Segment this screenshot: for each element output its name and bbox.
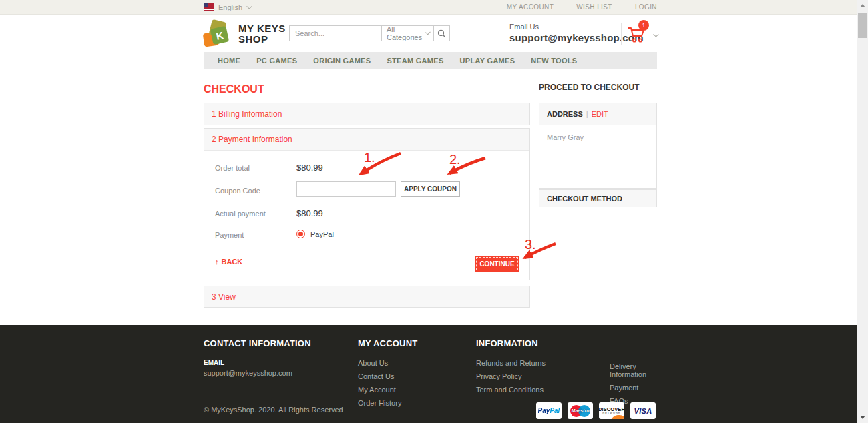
billing-information-section: 1 Billing Information: [204, 103, 530, 125]
order-total-label: Order total: [215, 164, 250, 172]
footer-payment[interactable]: Payment: [610, 384, 657, 392]
main-nav: HOME PC GAMES ORIGIN GAMES STEAM GAMES U…: [204, 52, 657, 69]
footer-refunds[interactable]: Refunds and Returns: [476, 359, 546, 367]
nav-origin-games[interactable]: ORIGIN GAMES: [305, 57, 379, 65]
header-divider: [621, 23, 622, 45]
logo-text: MY KEYS SHOP: [238, 23, 286, 45]
footer-order-history[interactable]: Order History: [358, 399, 417, 407]
address-label: ADDRESS: [547, 110, 583, 118]
scrollbar[interactable]: [857, 0, 868, 423]
footer: CONTACT INFORMATION EMAIL support@mykeys…: [0, 325, 857, 423]
scrollbar-up-button[interactable]: [857, 0, 868, 11]
order-total-value: $80.99: [296, 163, 323, 173]
cart-count-badge: 1: [638, 20, 649, 31]
view-section: 3 View: [204, 286, 530, 308]
my-account-link[interactable]: MY ACCOUNT: [507, 3, 554, 11]
search-icon: [437, 29, 446, 38]
search-button[interactable]: [434, 25, 450, 41]
search-input[interactable]: [289, 25, 381, 41]
chevron-down-icon: [653, 31, 658, 37]
login-link[interactable]: LOGIN: [635, 3, 657, 11]
actual-payment-label: Actual payment: [215, 209, 266, 218]
address-box: ADDRESS | EDIT Marry Gray: [539, 103, 657, 189]
shop-logo[interactable]: K MY KEYS SHOP: [204, 21, 286, 47]
address-separator: |: [586, 110, 588, 118]
category-dropdown[interactable]: All Categories: [381, 25, 434, 41]
maestro-icon: Maestro: [568, 402, 593, 419]
email-us-label: Email Us: [509, 22, 644, 31]
footer-email-label: EMAIL: [204, 359, 311, 366]
up-arrow-icon: ↑: [215, 258, 219, 266]
checkout-method-header[interactable]: CHECKOUT METHOD: [539, 189, 657, 207]
footer-terms[interactable]: Term and Conditions: [476, 386, 546, 394]
paypal-label: PayPal: [310, 230, 334, 238]
search-bar: All Categories: [289, 25, 450, 41]
view-header[interactable]: 3 View: [204, 286, 529, 308]
payment-information-section: 2 Payment Information Order total $80.99…: [204, 128, 530, 280]
contact-email-block: Email Us support@mykeysshop.com: [509, 22, 644, 45]
support-email: support@mykeysshop.com: [509, 31, 644, 45]
footer-privacy[interactable]: Privacy Policy: [476, 372, 546, 380]
chevron-down-icon: [425, 30, 431, 35]
nav-pc-games[interactable]: PC GAMES: [248, 57, 305, 65]
payment-label: Payment: [215, 231, 244, 239]
scrollbar-thumb[interactable]: [858, 13, 867, 38]
address-name: Marry Gray: [539, 125, 656, 149]
edit-address-link[interactable]: EDIT: [592, 110, 608, 118]
footer-about-us[interactable]: About Us: [358, 359, 417, 367]
footer-my-account[interactable]: My Account: [358, 386, 417, 394]
discover-icon: DISCOVER NETWORK: [599, 402, 624, 419]
top-bar: English MY ACCOUNT WISH LIST LOGIN: [0, 0, 857, 15]
page-title: CHECKOUT: [204, 83, 264, 95]
actual-payment-value: $80.99: [296, 208, 323, 218]
coupon-code-label: Coupon Code: [215, 187, 260, 195]
back-link[interactable]: ↑ BACK: [215, 258, 242, 266]
footer-email-value: support@mykeysshop.com: [204, 369, 311, 377]
footer-delivery[interactable]: Delivery Information: [610, 362, 657, 378]
payment-methods: PayPal Maestro DISCOVER NETWORK VISA: [536, 402, 656, 419]
my-account-title: MY ACCOUNT: [358, 338, 417, 348]
nav-uplay-games[interactable]: UPLAY GAMES: [452, 57, 523, 65]
chevron-down-icon: [246, 3, 252, 9]
nav-home[interactable]: HOME: [210, 57, 248, 65]
wish-list-link[interactable]: WISH LIST: [576, 3, 612, 11]
visa-icon: VISA: [630, 402, 656, 419]
information-title: INFORMATION: [476, 338, 546, 348]
continue-button[interactable]: CONTINUE: [475, 256, 519, 272]
apply-coupon-button[interactable]: APPLY COUPON: [401, 181, 460, 197]
payment-information-header[interactable]: 2 Payment Information: [204, 129, 529, 151]
scrollbar-down-button[interactable]: [857, 412, 868, 423]
nav-new-tools[interactable]: NEW TOOLS: [523, 57, 585, 65]
paypal-radio[interactable]: [296, 230, 305, 238]
copyright: © MyKeysShop. 2020. All Rights Reserved: [204, 406, 343, 414]
billing-information-header[interactable]: 1 Billing Information: [204, 103, 529, 125]
header: K MY KEYS SHOP All Categories Email Us: [0, 15, 857, 52]
footer-contact-us[interactable]: Contact Us: [358, 372, 417, 380]
paypal-icon: PayPal: [536, 402, 562, 419]
coupon-code-input[interactable]: [296, 181, 396, 197]
nav-steam-games[interactable]: STEAM GAMES: [379, 57, 451, 65]
language-selector[interactable]: English: [204, 3, 250, 11]
contact-information-title: CONTACT INFORMATION: [204, 338, 311, 348]
us-flag-icon: [204, 3, 214, 11]
language-label: English: [218, 3, 242, 11]
proceed-to-checkout-title: PROCEED TO CHECKOUT: [539, 83, 639, 92]
cart-button[interactable]: 1: [627, 20, 657, 48]
keys-logo-icon: K: [204, 21, 232, 47]
